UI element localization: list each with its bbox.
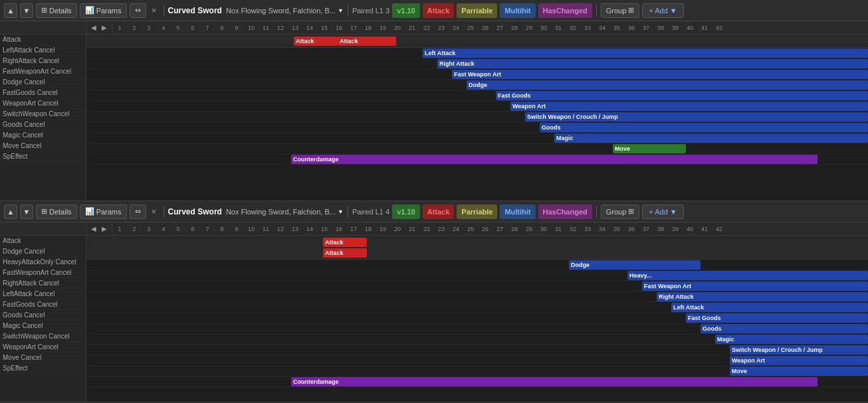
group2-btn[interactable]: Group ⊞ <box>601 204 640 219</box>
add2-btn[interactable]: + Add ▼ <box>642 204 683 219</box>
frame-num: 9 <box>229 25 244 31</box>
params2-btn[interactable]: 📊 Params <box>80 204 127 219</box>
frame2-prev-btn[interactable]: ◀ <box>89 224 98 234</box>
frame-numbers: 1 2 3 4 5 6 7 8 9 10 11 12 13 14 <box>112 25 726 31</box>
frame-num: 21 <box>405 25 419 31</box>
row-label-dodge: Dodge Cancel <box>0 77 86 88</box>
panel-1: ▲ ▼ ⊞ Details 📊 Params ⇔ × Curved Sword … <box>0 0 868 201</box>
block-switchweapon[interactable]: Switch Weapon / Crouch / Jump <box>525 112 868 121</box>
row2-label-leftattack: LeftAttack Cancel <box>0 289 86 299</box>
divider6 <box>596 206 597 218</box>
block2-rightattack[interactable]: Right Attack <box>657 292 868 301</box>
divider <box>163 5 164 17</box>
row-labels-2: Attack Dodge Cancel HeavyAttackOnly Canc… <box>0 222 86 402</box>
merge2-btn[interactable]: ⇔ <box>130 204 146 219</box>
block2-switchweapon[interactable]: Switch Weapon / Crouch / Jump <box>730 345 868 355</box>
group-btn[interactable]: Group ⊞ <box>601 3 640 18</box>
block-goods[interactable]: Goods <box>540 123 868 132</box>
block2-dodge[interactable]: Dodge <box>569 260 701 270</box>
details-icon: ⊞ <box>41 6 47 15</box>
block-dodge[interactable]: Dodge <box>467 80 868 90</box>
row2-label-dodge: Dodge Cancel <box>0 246 86 257</box>
block2-attack-1[interactable]: Attack <box>323 238 367 247</box>
weapon-dropdown-btn[interactable]: Nox Flowing Sword, Falchion, B... ▼ <box>226 7 344 15</box>
attack-badge[interactable]: Attack <box>423 3 455 18</box>
frame2-next-btn[interactable]: ▶ <box>100 224 109 234</box>
block2-goods[interactable]: Goods <box>701 324 868 333</box>
timeline-1: ◀ ▶ 1 2 3 4 5 6 7 8 9 10 11 <box>86 21 868 201</box>
block-leftattack[interactable]: Left Attack <box>423 48 868 58</box>
frame-num: 26 <box>478 25 492 31</box>
frame-num: 38 <box>653 25 668 31</box>
close-btn[interactable]: × <box>149 5 160 16</box>
block2-heavy[interactable]: Heavy... <box>627 271 868 280</box>
frame-next-btn[interactable]: ▶ <box>100 23 109 33</box>
multihit-badge[interactable]: Multihit <box>500 3 535 18</box>
haschanged-badge[interactable]: HasChanged <box>538 3 592 18</box>
block2-fastweapon[interactable]: Fast Weapon Art <box>642 282 868 291</box>
timeline-row-switchweapon: Switch Weapon / Crouch / Jump <box>86 112 868 122</box>
frame-num: 32 <box>566 25 580 31</box>
frame-num: 34 <box>595 25 609 31</box>
timeline-2: ◀ ▶ 1 2 3 4 5 6 7 8 9 10 11 <box>86 222 868 402</box>
block2-magic[interactable]: Magic <box>715 335 868 344</box>
block-move[interactable]: Move <box>613 144 686 153</box>
params2-icon: 📊 <box>85 207 94 216</box>
details-btn[interactable]: ⊞ Details <box>36 3 77 18</box>
divider3 <box>596 5 597 17</box>
attack2-badge[interactable]: Attack <box>423 204 455 219</box>
haschanged2-badge[interactable]: HasChanged <box>538 204 592 219</box>
close2-btn[interactable]: × <box>149 206 160 217</box>
block-rightattack[interactable]: Right Attack <box>437 59 868 68</box>
row-label-speffect: SpEffect <box>0 151 86 162</box>
panel-up-btn[interactable]: ▲ <box>4 3 17 18</box>
weapon2-dropdown-btn[interactable]: Nox Flowing Sword, Falchion, B... ▼ <box>226 208 344 216</box>
block2-fastgoods[interactable]: Fast Goods <box>686 313 868 323</box>
block-attack-1[interactable]: Attack <box>294 37 338 46</box>
row-label-weaponart: WeaponArt Cancel <box>0 98 86 109</box>
parriable-badge[interactable]: Parriable <box>457 3 497 18</box>
frame-num: 20 <box>390 25 405 31</box>
row-label-rightattack: RightAttack Cancel <box>0 56 86 66</box>
frame-num: 3 <box>142 25 156 31</box>
block-weaponart[interactable]: Weapon Art <box>510 102 868 111</box>
block2-attack-2[interactable]: Attack <box>323 248 367 258</box>
version-badge[interactable]: v1.10 <box>392 3 420 18</box>
paired-label: Paired L1 3 <box>352 7 389 15</box>
row2-label-magic: Magic Cancel <box>0 321 86 331</box>
frame-num: 10 <box>244 25 259 31</box>
divider4 <box>163 206 164 218</box>
panel-2: ▲ ▼ ⊞ Details 📊 Params ⇔ × Curved Sword … <box>0 201 868 402</box>
block2-leftattack[interactable]: Left Attack <box>671 303 868 312</box>
timeline-row-attack-header: Attack Attack <box>86 35 868 48</box>
timeline2-row-attack: Attack Attack <box>86 236 868 260</box>
frame-num: 25 <box>463 25 478 31</box>
block-counterdamage[interactable]: Counterdamage <box>291 155 817 164</box>
toolbar-2: ▲ ▼ ⊞ Details 📊 Params ⇔ × Curved Sword … <box>0 201 868 222</box>
row-label-fastgoods: FastGoods Cancel <box>0 88 86 98</box>
panel-down-btn[interactable]: ▼ <box>20 3 33 18</box>
frame-num: 8 <box>215 25 229 31</box>
merge-btn[interactable]: ⇔ <box>130 3 146 18</box>
block2-move[interactable]: Move <box>730 366 868 376</box>
version2-badge[interactable]: v1.10 <box>392 204 420 219</box>
block2-counterdamage[interactable]: Counterdamage <box>291 377 817 386</box>
block2-weaponart[interactable]: Weapon Art <box>730 356 868 365</box>
panel2-up-btn[interactable]: ▲ <box>4 204 17 219</box>
details2-btn[interactable]: ⊞ Details <box>36 204 77 219</box>
block-magic[interactable]: Magic <box>554 133 868 143</box>
frame-num: 2 <box>127 25 142 31</box>
block-attack-2[interactable]: Attack <box>338 37 396 46</box>
params-btn[interactable]: 📊 Params <box>80 3 127 18</box>
multihit2-badge[interactable]: Multihit <box>500 204 535 219</box>
chevron-down-icon: ▼ <box>338 7 344 14</box>
panel2-down-btn[interactable]: ▼ <box>20 204 33 219</box>
timeline2-row-rightattack: Right Attack <box>86 291 868 302</box>
block-fastweapon[interactable]: Fast Weapon Art <box>452 70 868 79</box>
frame-prev-btn[interactable]: ◀ <box>89 23 98 33</box>
add-btn[interactable]: + Add ▼ <box>642 3 683 18</box>
frame-num: 11 <box>259 25 273 31</box>
block-fastgoods[interactable]: Fast Goods <box>496 91 868 100</box>
timeline2-row-leftattack: Left Attack <box>86 302 868 313</box>
parriable2-badge[interactable]: Parriable <box>457 204 497 219</box>
